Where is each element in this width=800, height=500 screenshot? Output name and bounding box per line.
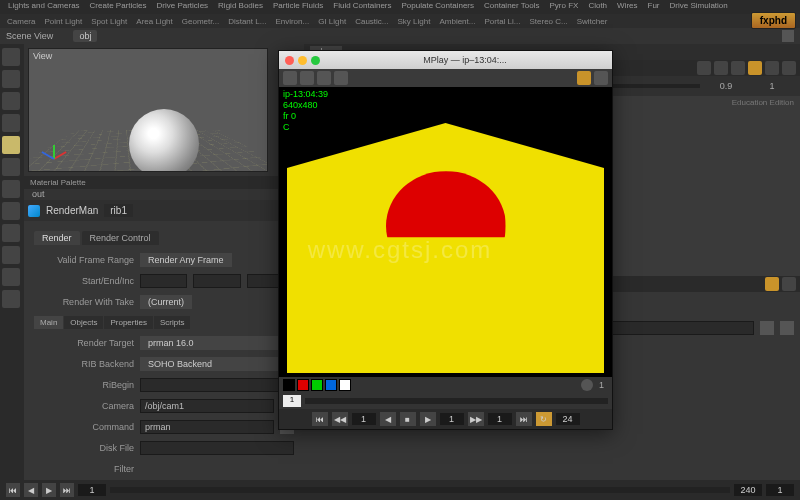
minitab-scripts[interactable]: Scripts <box>154 316 190 329</box>
end-frame[interactable]: 240 <box>734 484 762 496</box>
swatch-blue[interactable] <box>325 379 337 391</box>
save-icon[interactable] <box>300 71 314 85</box>
menu-item[interactable]: Populate Containers <box>398 1 479 13</box>
menu-item[interactable]: Rigid Bodies <box>214 1 267 13</box>
take-dropdown[interactable]: (Current) <box>140 295 192 309</box>
houdini-icon[interactable] <box>577 71 591 85</box>
tool-icon[interactable] <box>2 246 20 264</box>
shelf-item[interactable]: Ambient... <box>436 17 478 26</box>
shelf-item[interactable]: Stereo C... <box>526 17 570 26</box>
current-frame-field[interactable]: 1 <box>440 413 464 425</box>
select-tool-icon[interactable] <box>2 48 20 66</box>
tool-icon[interactable] <box>2 158 20 176</box>
tool-icon[interactable] <box>2 180 20 198</box>
frame-indicator[interactable]: 1 <box>283 395 301 407</box>
start-frame[interactable]: 1 <box>78 484 106 496</box>
play-button[interactable]: ▶ <box>42 483 56 497</box>
loop-button[interactable]: ↻ <box>536 412 552 426</box>
channel-icon[interactable] <box>317 71 331 85</box>
view-icon[interactable] <box>731 61 745 75</box>
wire-icon[interactable] <box>697 61 711 75</box>
menu-item[interactable]: Lights and Cameras <box>4 1 84 13</box>
render-view[interactable]: ip-13:04:39 640x480 fr 0 C <box>279 87 612 377</box>
move-tool-icon[interactable] <box>2 70 20 88</box>
valid-frame-dropdown[interactable]: Render Any Frame <box>140 253 232 267</box>
menu-item[interactable]: Cloth <box>584 1 611 13</box>
first-frame-button[interactable]: ⏮ <box>312 412 328 426</box>
start-field[interactable] <box>140 274 187 288</box>
minitab-main[interactable]: Main <box>34 316 63 329</box>
3d-viewport[interactable]: View <box>28 48 268 172</box>
menu-item[interactable]: Pyro FX <box>545 1 582 13</box>
first-frame-button[interactable]: ⏮ <box>6 483 20 497</box>
menu-item[interactable]: Fur <box>644 1 664 13</box>
help-icon[interactable] <box>594 71 608 85</box>
shelf-item[interactable]: Camera <box>4 17 38 26</box>
stop-button[interactable]: ■ <box>400 412 416 426</box>
last-frame-button[interactable]: ⏭ <box>516 412 532 426</box>
target-dropdown[interactable]: prman 16.0 <box>140 336 294 350</box>
menu-item[interactable]: Fluid Containers <box>329 1 395 13</box>
tool-icon[interactable] <box>2 290 20 308</box>
play-button[interactable]: ▶ <box>420 412 436 426</box>
menu-item[interactable]: Container Tools <box>480 1 543 13</box>
close-icon[interactable] <box>285 56 294 65</box>
mplay-titlebar[interactable]: MPlay — ip–13:04:... <box>279 51 612 69</box>
play-back-button[interactable]: ◀ <box>24 483 38 497</box>
render-control-tab[interactable]: Render Control <box>82 231 159 245</box>
ribgen-field[interactable] <box>140 378 294 392</box>
timeline-track[interactable] <box>305 398 608 404</box>
command-field[interactable] <box>140 420 274 434</box>
next-frame-button[interactable]: ▶▶ <box>468 412 484 426</box>
camera-field[interactable] <box>140 399 274 413</box>
help-icon[interactable] <box>782 277 796 291</box>
open-icon[interactable] <box>283 71 297 85</box>
menu-item[interactable]: Create Particles <box>86 1 151 13</box>
houdini-icon[interactable] <box>765 277 779 291</box>
shelf-item[interactable]: Point Light <box>41 17 85 26</box>
end-field[interactable] <box>193 274 240 288</box>
node-name-field[interactable]: rib1 <box>104 204 133 217</box>
material-picker-icon[interactable] <box>760 321 774 335</box>
last-frame-button[interactable]: ⏭ <box>60 483 74 497</box>
zoom-icon[interactable] <box>311 56 320 65</box>
menu-item[interactable]: Drive Particles <box>153 1 213 13</box>
close-icon[interactable] <box>782 30 794 42</box>
out-breadcrumb[interactable]: out <box>32 189 45 199</box>
end-frame-field[interactable]: 1 <box>488 413 512 425</box>
houdini-icon[interactable] <box>748 61 762 75</box>
minimize-icon[interactable] <box>298 56 307 65</box>
tool-icon[interactable] <box>2 202 20 220</box>
obj-breadcrumb[interactable]: obj <box>73 30 97 42</box>
shelf-item[interactable]: GI Light <box>315 17 349 26</box>
shelf-item[interactable]: Spot Light <box>88 17 130 26</box>
tool-icon[interactable] <box>2 224 20 242</box>
swatch-black[interactable] <box>283 379 295 391</box>
fps-field[interactable]: 24 <box>556 413 580 425</box>
rotate-tool-icon[interactable] <box>2 92 20 110</box>
shelf-item[interactable]: Sky Light <box>395 17 434 26</box>
shelf-item[interactable]: Portal Li... <box>481 17 523 26</box>
render-tab[interactable]: Render <box>34 231 80 245</box>
swatch-red[interactable] <box>297 379 309 391</box>
shelf-item[interactable]: Switcher <box>574 17 611 26</box>
play-back-button[interactable]: ◀ <box>380 412 396 426</box>
chevron-down-icon[interactable] <box>780 321 794 335</box>
tool-icon[interactable] <box>2 268 20 286</box>
menu-item[interactable]: Drive Simulation <box>666 1 732 13</box>
gamma-icon[interactable] <box>581 379 593 391</box>
menu-item[interactable]: Particle Fluids <box>269 1 327 13</box>
swatch-white[interactable] <box>339 379 351 391</box>
main-timeline-track[interactable] <box>110 487 730 493</box>
shelf-item[interactable]: Caustic... <box>352 17 391 26</box>
backend-dropdown[interactable]: SOHO Backend <box>140 357 294 371</box>
minitab-properties[interactable]: Properties <box>104 316 152 329</box>
start-frame-field[interactable]: 1 <box>352 413 376 425</box>
shelf-item[interactable]: Distant L... <box>225 17 269 26</box>
layout-icon[interactable] <box>714 61 728 75</box>
rib-tool-icon[interactable] <box>2 136 20 154</box>
diskfile-field[interactable] <box>140 441 294 455</box>
swatch-green[interactable] <box>311 379 323 391</box>
prev-frame-button[interactable]: ◀◀ <box>332 412 348 426</box>
menu-item[interactable]: Wires <box>613 1 641 13</box>
